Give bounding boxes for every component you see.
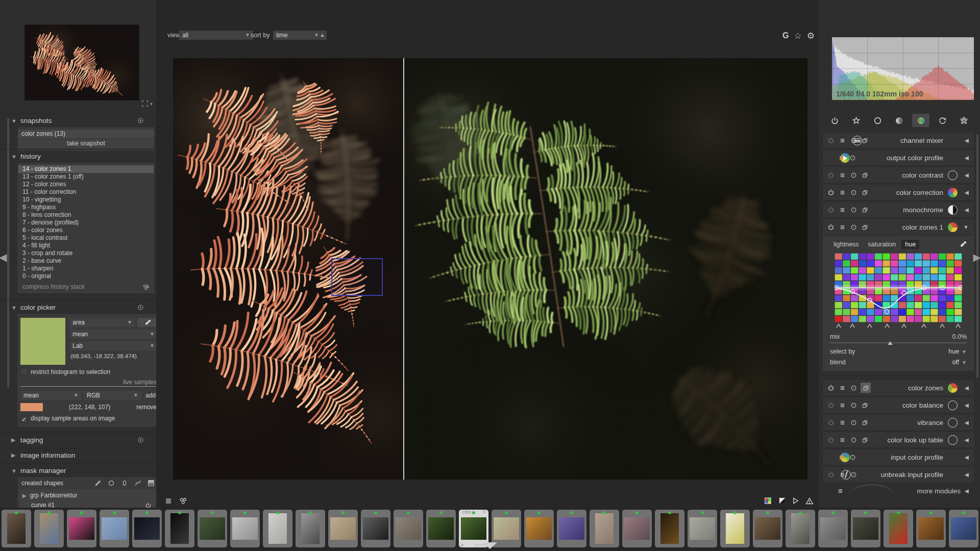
module-name[interactable]: input color profile [891, 454, 943, 461]
module-row-output-color-profile[interactable]: output color profile◀ [823, 150, 974, 165]
node-marker-icon[interactable] [921, 323, 926, 328]
softproof-icon[interactable] [792, 497, 799, 505]
zoom-dropdown-caret-icon[interactable]: ▾ [150, 101, 153, 107]
filmstrip-thumbnail-light-streak[interactable] [165, 510, 194, 547]
filmstrip-thumbnail-branch-sky[interactable] [100, 510, 129, 547]
filmstrip-thumbnail-red-tulip[interactable] [884, 510, 913, 547]
gamut-check-icon[interactable] [764, 497, 772, 505]
module-name[interactable]: vibrance [917, 419, 943, 427]
expand-arrow-icon[interactable]: ◀ [965, 137, 969, 144]
multi-instance-icon[interactable] [861, 436, 869, 444]
picker-stat-dropdown[interactable]: mean▼ [69, 330, 158, 339]
module-name[interactable]: monochrome [903, 206, 943, 214]
picker-space-dropdown[interactable]: Lab▼ [69, 341, 158, 350]
snapshot-compare-icon[interactable] [179, 496, 188, 506]
snapshot-item[interactable]: color zones (13) [18, 130, 154, 138]
history-item[interactable]: 10 - vignetting [18, 196, 154, 204]
power-icon[interactable] [827, 401, 835, 409]
tab-saturation[interactable]: saturation [864, 240, 899, 249]
filmstrip-thumbnail-boar[interactable] [2, 510, 31, 547]
snapshot-split-line[interactable] [403, 58, 404, 480]
navigation-thumbnail[interactable] [25, 25, 139, 100]
zoom-level-indicator[interactable]: ▾ [141, 100, 153, 107]
module-group-active[interactable] [826, 114, 843, 127]
select-by-dropdown[interactable]: hue▼ [948, 348, 967, 355]
compress-history-row[interactable]: compress history stack [18, 283, 154, 291]
node-marker-icon[interactable] [836, 323, 841, 328]
node-marker-icon[interactable] [940, 323, 945, 328]
presets-icon[interactable] [137, 117, 144, 124]
overexposed-icon[interactable] [778, 497, 786, 505]
module-group-correction[interactable] [934, 114, 951, 127]
compress-history-label[interactable]: compress history stack [22, 283, 85, 291]
display-samples-row[interactable]: ✓display sample areas on image [20, 415, 158, 423]
power-icon[interactable] [827, 206, 835, 214]
module-name[interactable]: color zones [908, 384, 943, 392]
power-icon[interactable] [827, 188, 835, 196]
history-item[interactable]: 2 - base curve [18, 257, 154, 265]
module-row-vibrance[interactable]: vibrance◀ [823, 415, 974, 430]
gradient-tool-icon[interactable] [148, 480, 155, 487]
presets-menu-icon[interactable] [838, 384, 846, 392]
eyedropper-icon[interactable] [960, 241, 967, 248]
presets-menu-icon[interactable] [838, 206, 846, 214]
create-style-icon[interactable] [142, 284, 150, 291]
ellipse-tool-icon[interactable] [121, 480, 128, 487]
presets-menu-icon[interactable] [838, 223, 846, 231]
color-zones-curve-editor[interactable] [835, 253, 962, 322]
module-group-tone[interactable] [891, 114, 908, 127]
reset-icon[interactable] [849, 418, 857, 427]
filmstrip-thumbnail-fern-green-selected[interactable]: CR2⚙☆☆☆☆⊘ [459, 510, 488, 547]
tab-lightness[interactable]: lightness [830, 240, 862, 249]
module-name[interactable]: color zones 1 [902, 223, 943, 231]
multi-instance-icon[interactable] [861, 401, 869, 409]
reset-icon[interactable] [849, 206, 857, 214]
presets-menu-icon[interactable] [838, 136, 846, 144]
module-name[interactable]: color look up table [887, 436, 943, 444]
more-modules-label[interactable]: more modules [917, 487, 961, 495]
blend-dropdown[interactable]: off▼ [952, 359, 967, 366]
tab-hue[interactable]: hue [901, 240, 919, 249]
filmstrip-thumbnail-blue-detail[interactable] [949, 510, 978, 547]
expand-arrow-icon[interactable]: ◀ [965, 402, 969, 409]
darkroom-image[interactable] [173, 58, 807, 480]
module-name[interactable]: output color profile [887, 154, 943, 162]
filmstrip-thumbnail-juice-glass[interactable] [524, 510, 554, 547]
node-marker-icon[interactable] [901, 323, 906, 328]
color-picker-area-rect[interactable] [331, 258, 383, 296]
presets-icon[interactable] [137, 437, 144, 443]
filmstrip-thumbnail-spaniel-dog[interactable] [753, 510, 782, 547]
history-item[interactable]: 14 - color zones 1 [18, 165, 154, 173]
history-item[interactable]: 11 - color correction [18, 188, 154, 196]
multi-instance-icon[interactable] [861, 206, 869, 214]
filmstrip-thumbnail-candle-lights[interactable] [655, 510, 684, 547]
filmstrip-thumbnail-deer-face[interactable] [34, 510, 64, 547]
presets-icon[interactable] [137, 304, 144, 311]
history-item[interactable]: 7 - denoise (profiled) [18, 219, 154, 227]
presets-menu-icon[interactable] [838, 436, 846, 444]
history-item[interactable]: 5 - local contrast [18, 234, 154, 242]
expand-arrow-icon[interactable]: ◀ [965, 385, 969, 391]
history-item[interactable]: 6 - color zones [18, 227, 154, 234]
reset-icon[interactable] [849, 188, 857, 196]
module-group-basic[interactable] [869, 114, 887, 127]
more-modules-row[interactable]: more modules◀ [823, 484, 974, 497]
mask-manager-header[interactable]: ▼ mask manager [0, 463, 156, 477]
expand-arrow-icon[interactable]: ◀ [965, 454, 969, 461]
left-panel-toggle-icon[interactable]: ◀ [0, 251, 7, 263]
filmstrip-thumbnail-yellow-blossom[interactable] [720, 510, 750, 547]
node-marker-icon[interactable] [955, 323, 961, 328]
power-icon[interactable] [827, 418, 835, 427]
history-item[interactable]: 13 - color zones 1 (off) [18, 173, 154, 181]
filmstrip-thumbnail-cobblestones[interactable] [851, 510, 880, 547]
presets-menu-icon[interactable] [838, 401, 846, 409]
history-item[interactable]: 3 - crop and rotate [18, 249, 154, 257]
multi-instance-icon[interactable] [861, 223, 869, 231]
history-header[interactable]: ▼ history [0, 149, 156, 162]
mask-group-row[interactable]: ▶ grp Farbkorrektur [21, 491, 155, 500]
filmstrip-thumbnail-cracked-wall[interactable] [263, 510, 292, 547]
image-information-header[interactable]: ▶ image information [0, 448, 156, 461]
path-tool-icon[interactable] [134, 480, 141, 487]
module-name[interactable]: channel mixer [900, 137, 943, 144]
filmstrip-thumbnail-candle-jar[interactable] [916, 510, 946, 547]
